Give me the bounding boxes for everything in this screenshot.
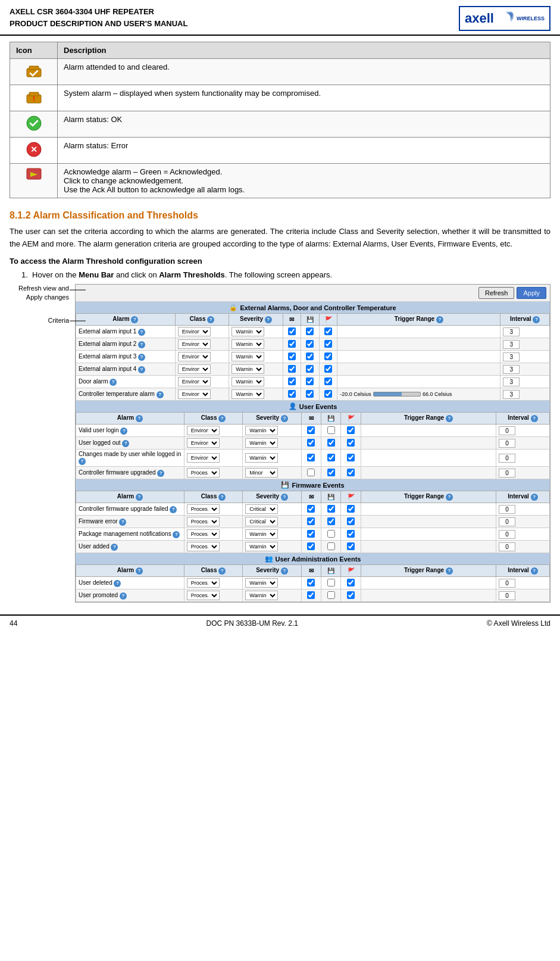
severity-select[interactable]: Warning (231, 377, 264, 386)
flag-checkbox[interactable] (347, 505, 355, 513)
class-select[interactable]: Proces. (187, 542, 220, 551)
save-checkbox[interactable] (327, 454, 335, 461)
flag-checkbox[interactable] (347, 591, 355, 599)
severity-select[interactable]: Warning (231, 352, 264, 361)
severity-help-icon[interactable]: ? (281, 494, 288, 501)
save-checkbox[interactable] (306, 390, 314, 398)
severity-select[interactable]: Warning (245, 426, 278, 435)
flag-checkbox[interactable] (324, 352, 332, 360)
class-select[interactable]: Proces. (187, 591, 220, 600)
trigger-help-icon[interactable]: ? (436, 316, 443, 323)
interval-input[interactable] (503, 327, 520, 336)
interval-help-icon[interactable]: ? (531, 567, 538, 575)
class-help-icon[interactable]: ? (207, 316, 214, 323)
severity-select[interactable]: Warning (245, 438, 278, 448)
refresh-button[interactable]: Refresh (478, 287, 515, 299)
flag-checkbox[interactable] (347, 579, 355, 586)
interval-input[interactable] (499, 591, 515, 600)
row-help-icon[interactable]: ? (157, 391, 164, 398)
class-select[interactable]: Proces. (187, 517, 220, 526)
row-help-icon[interactable]: ? (120, 428, 127, 435)
class-help-icon[interactable]: ? (218, 415, 226, 422)
class-help-icon[interactable]: ? (218, 494, 226, 501)
row-help-icon[interactable]: ? (138, 329, 145, 336)
trigger-help-icon[interactable]: ? (446, 494, 453, 501)
class-select[interactable]: Environ. (187, 438, 220, 448)
email-checkbox[interactable] (307, 542, 315, 550)
flag-checkbox[interactable] (347, 454, 355, 461)
class-select[interactable]: Environ. (178, 377, 211, 386)
class-select[interactable]: Proces. (187, 468, 220, 478)
alarm-help-icon[interactable]: ? (136, 567, 143, 575)
save-checkbox[interactable] (327, 439, 335, 447)
alarm-help-icon[interactable]: ? (131, 316, 138, 323)
row-help-icon[interactable]: ? (138, 366, 145, 373)
class-select[interactable]: Environ. (178, 389, 211, 399)
alarm-help-icon[interactable]: ? (136, 494, 143, 501)
interval-input[interactable] (503, 352, 520, 361)
flag-checkbox[interactable] (347, 426, 355, 434)
class-help-icon[interactable]: ? (218, 567, 226, 575)
severity-select[interactable]: Warning (231, 327, 264, 336)
trigger-help-icon[interactable]: ? (446, 415, 453, 422)
flag-checkbox[interactable] (347, 530, 355, 538)
flag-checkbox[interactable] (347, 439, 355, 447)
severity-select[interactable]: Critical (245, 517, 278, 526)
interval-input[interactable] (499, 579, 515, 588)
severity-select[interactable]: Warning (231, 339, 264, 349)
severity-select[interactable]: Warning (245, 591, 278, 600)
class-select[interactable]: Proces. (187, 529, 220, 539)
row-help-icon[interactable]: ? (120, 592, 127, 600)
save-checkbox[interactable] (327, 579, 335, 586)
save-checkbox[interactable] (306, 377, 314, 385)
class-select[interactable]: Environ. (178, 364, 211, 374)
flag-checkbox[interactable] (324, 390, 332, 398)
class-select[interactable]: Environ. (187, 426, 220, 435)
class-select[interactable]: Environ. (178, 339, 211, 349)
email-checkbox[interactable] (288, 327, 296, 335)
email-checkbox[interactable] (307, 517, 315, 525)
interval-input[interactable] (499, 542, 515, 551)
save-checkbox[interactable] (306, 327, 314, 335)
email-checkbox[interactable] (307, 530, 315, 538)
save-checkbox[interactable] (327, 517, 335, 525)
interval-input[interactable] (503, 377, 520, 386)
severity-help-icon[interactable]: ? (281, 567, 288, 575)
save-checkbox[interactable] (327, 530, 335, 538)
interval-input[interactable] (503, 340, 520, 349)
email-checkbox[interactable] (288, 340, 296, 348)
severity-help-icon[interactable]: ? (281, 415, 288, 422)
interval-input[interactable] (499, 454, 515, 463)
row-help-icon[interactable]: ? (138, 341, 145, 348)
email-checkbox[interactable] (288, 390, 296, 398)
interval-input[interactable] (499, 530, 515, 539)
email-checkbox[interactable] (307, 426, 315, 434)
interval-input[interactable] (503, 390, 520, 399)
row-help-icon[interactable]: ? (110, 379, 117, 386)
class-select[interactable]: Proces. (187, 578, 220, 588)
severity-select[interactable]: Warning (245, 529, 278, 539)
email-checkbox[interactable] (288, 352, 296, 360)
row-help-icon[interactable]: ? (114, 580, 121, 587)
severity-select[interactable]: Warning (231, 389, 264, 399)
row-help-icon[interactable]: ? (138, 354, 145, 361)
email-checkbox[interactable] (307, 591, 315, 599)
flag-checkbox[interactable] (324, 377, 332, 385)
flag-checkbox[interactable] (324, 327, 332, 335)
row-help-icon[interactable]: ? (119, 519, 126, 526)
interval-input[interactable] (499, 505, 515, 514)
row-help-icon[interactable]: ? (173, 531, 180, 538)
row-help-icon[interactable]: ? (157, 470, 164, 477)
email-checkbox[interactable] (288, 377, 296, 385)
severity-select[interactable]: Critical (245, 504, 278, 514)
alarm-threshold-screenshot[interactable]: Refresh Apply 🔒 External Alarms, Door an… (75, 284, 550, 603)
interval-help-icon[interactable]: ? (531, 415, 538, 422)
flag-checkbox[interactable] (347, 517, 355, 525)
email-checkbox[interactable] (288, 365, 296, 373)
row-help-icon[interactable]: ? (111, 544, 118, 551)
email-checkbox[interactable] (307, 579, 315, 586)
row-help-icon[interactable]: ? (170, 506, 177, 513)
severity-select[interactable]: Warning (245, 542, 278, 551)
interval-input[interactable] (499, 439, 515, 448)
save-checkbox[interactable] (327, 426, 335, 434)
